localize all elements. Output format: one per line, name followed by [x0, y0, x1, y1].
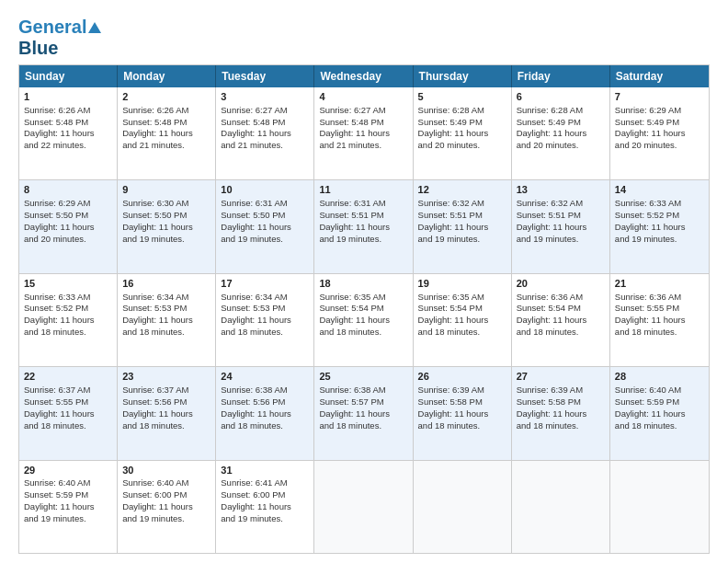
calendar-cell-1-6: 14Sunrise: 6:33 AMSunset: 5:52 PMDayligh… [610, 180, 709, 272]
cell-line: Daylight: 11 hours [24, 222, 112, 234]
day-number: 4 [319, 90, 407, 104]
cell-line: Sunset: 5:59 PM [615, 396, 704, 408]
day-number: 16 [122, 277, 210, 291]
cell-line: Daylight: 11 hours [319, 128, 407, 140]
cell-line: Sunset: 5:48 PM [122, 117, 210, 129]
calendar-cell-4-4 [414, 461, 512, 553]
cell-line: Sunrise: 6:34 AM [221, 292, 309, 304]
day-number: 18 [319, 277, 407, 291]
day-number: 10 [221, 183, 309, 197]
calendar-cell-1-4: 12Sunrise: 6:32 AMSunset: 5:51 PMDayligh… [414, 180, 512, 272]
calendar-cell-1-2: 10Sunrise: 6:31 AMSunset: 5:50 PMDayligh… [216, 180, 314, 272]
day-number: 11 [319, 183, 407, 197]
day-header-friday: Friday [512, 65, 610, 87]
day-number: 24 [221, 370, 309, 384]
day-header-wednesday: Wednesday [314, 65, 413, 87]
cell-line: Daylight: 11 hours [24, 408, 112, 420]
calendar-body: 1Sunrise: 6:26 AMSunset: 5:48 PMDaylight… [19, 87, 709, 553]
calendar-cell-3-6: 28Sunrise: 6:40 AMSunset: 5:59 PMDayligh… [610, 367, 709, 459]
calendar-row-2: 15Sunrise: 6:33 AMSunset: 5:52 PMDayligh… [19, 273, 709, 366]
cell-line: and 18 minutes. [24, 420, 112, 432]
calendar-cell-1-1: 9Sunrise: 6:30 AMSunset: 5:50 PMDaylight… [118, 180, 216, 272]
cell-line: Sunset: 5:54 PM [319, 303, 407, 315]
cell-line: and 22 minutes. [24, 140, 112, 152]
calendar-cell-2-3: 18Sunrise: 6:35 AMSunset: 5:54 PMDayligh… [314, 274, 413, 366]
cell-line: Daylight: 11 hours [418, 315, 506, 327]
cell-line: Sunrise: 6:34 AM [122, 292, 210, 304]
calendar-cell-0-6: 7Sunrise: 6:29 AMSunset: 5:49 PMDaylight… [610, 87, 709, 179]
cell-line: Daylight: 11 hours [221, 315, 309, 327]
calendar: SundayMondayTuesdayWednesdayThursdayFrid… [18, 64, 710, 554]
cell-line: Sunset: 5:51 PM [517, 210, 605, 222]
cell-line: Sunrise: 6:36 AM [517, 292, 605, 304]
cell-line: Sunrise: 6:40 AM [24, 477, 112, 489]
cell-line: Daylight: 11 hours [517, 222, 605, 234]
cell-line: Sunrise: 6:40 AM [122, 477, 210, 489]
cell-line: Sunrise: 6:37 AM [122, 385, 210, 396]
calendar-cell-2-4: 19Sunrise: 6:35 AMSunset: 5:54 PMDayligh… [414, 274, 512, 366]
calendar-cell-1-3: 11Sunrise: 6:31 AMSunset: 5:51 PMDayligh… [314, 180, 413, 272]
calendar-cell-4-3 [314, 461, 413, 553]
cell-line: Sunset: 5:58 PM [418, 396, 506, 408]
cell-line: Sunset: 5:57 PM [319, 396, 407, 408]
cell-line: Sunset: 5:49 PM [615, 117, 704, 129]
day-header-thursday: Thursday [414, 65, 512, 87]
cell-line: Daylight: 11 hours [418, 222, 506, 234]
cell-line: and 19 minutes. [24, 513, 112, 525]
cell-line: Daylight: 11 hours [615, 222, 704, 234]
page: General Blue SundayMondayTuesdayWednesda… [0, 0, 728, 563]
cell-line: Daylight: 11 hours [221, 222, 309, 234]
day-number: 3 [221, 90, 309, 104]
cell-line: Daylight: 11 hours [319, 315, 407, 327]
cell-line: Sunset: 5:58 PM [517, 396, 605, 408]
cell-line: Sunset: 5:55 PM [615, 303, 704, 315]
cell-line: and 18 minutes. [615, 420, 704, 432]
cell-line: Sunrise: 6:31 AM [221, 198, 309, 210]
cell-line: Daylight: 11 hours [122, 315, 210, 327]
cell-line: Sunset: 5:48 PM [221, 117, 309, 129]
day-number: 25 [319, 370, 407, 384]
calendar-row-0: 1Sunrise: 6:26 AMSunset: 5:48 PMDaylight… [19, 87, 709, 179]
cell-line: Sunrise: 6:32 AM [517, 198, 605, 210]
header: General Blue [18, 17, 710, 59]
cell-line: Daylight: 11 hours [319, 408, 407, 420]
cell-line: and 18 minutes. [418, 327, 506, 339]
cell-line: Daylight: 11 hours [221, 128, 309, 140]
logo-text-blue: Blue [18, 38, 58, 58]
cell-line: Daylight: 11 hours [24, 501, 112, 513]
cell-line: and 18 minutes. [517, 327, 605, 339]
cell-line: and 20 minutes. [24, 234, 112, 246]
calendar-cell-2-5: 20Sunrise: 6:36 AMSunset: 5:54 PMDayligh… [512, 274, 610, 366]
cell-line: and 19 minutes. [319, 234, 407, 246]
day-number: 2 [122, 90, 210, 104]
cell-line: Daylight: 11 hours [517, 408, 605, 420]
day-number: 13 [517, 183, 605, 197]
cell-line: Sunrise: 6:26 AM [122, 105, 210, 117]
cell-line: Daylight: 11 hours [221, 501, 309, 513]
cell-line: Sunrise: 6:41 AM [221, 477, 309, 489]
cell-line: Daylight: 11 hours [517, 128, 605, 140]
day-number: 21 [615, 277, 704, 291]
cell-line: Sunset: 5:55 PM [24, 396, 112, 408]
day-number: 15 [24, 277, 112, 291]
calendar-cell-1-5: 13Sunrise: 6:32 AMSunset: 5:51 PMDayligh… [512, 180, 610, 272]
calendar-cell-3-0: 22Sunrise: 6:37 AMSunset: 5:55 PMDayligh… [19, 367, 118, 459]
cell-line: Sunrise: 6:27 AM [221, 105, 309, 117]
calendar-cell-3-5: 27Sunrise: 6:39 AMSunset: 5:58 PMDayligh… [512, 367, 610, 459]
day-number: 7 [615, 90, 704, 104]
calendar-cell-0-0: 1Sunrise: 6:26 AMSunset: 5:48 PMDaylight… [19, 87, 118, 179]
cell-line: Daylight: 11 hours [24, 128, 112, 140]
cell-line: and 18 minutes. [24, 327, 112, 339]
calendar-cell-3-4: 26Sunrise: 6:39 AMSunset: 5:58 PMDayligh… [414, 367, 512, 459]
cell-line: and 21 minutes. [319, 140, 407, 152]
cell-line: Daylight: 11 hours [615, 128, 704, 140]
cell-line: Daylight: 11 hours [24, 315, 112, 327]
day-number: 12 [418, 183, 506, 197]
day-header-sunday: Sunday [19, 65, 118, 87]
cell-line: Sunrise: 6:39 AM [418, 385, 506, 396]
cell-line: Sunrise: 6:29 AM [24, 198, 112, 210]
calendar-header: SundayMondayTuesdayWednesdayThursdayFrid… [19, 65, 709, 87]
cell-line: Daylight: 11 hours [615, 408, 704, 420]
cell-line: Sunrise: 6:39 AM [517, 385, 605, 396]
calendar-cell-0-2: 3Sunrise: 6:27 AMSunset: 5:48 PMDaylight… [216, 87, 314, 179]
